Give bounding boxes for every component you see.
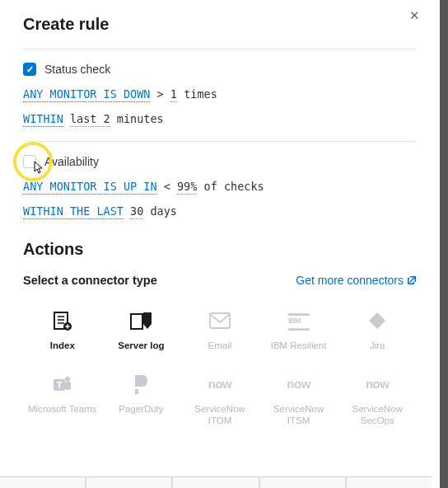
availability-section: Availability ANY MONITOR IS UP IN < 99% … (0, 142, 440, 233)
status-check-section: Status check ANY MONITOR IS DOWN > 1 tim… (0, 49, 440, 141)
ibm-icon: ▬▬▬IBM▬▬▬ (288, 308, 310, 333)
connector-pagerduty[interactable]: PagerDuty (102, 362, 181, 437)
index-icon (52, 308, 73, 333)
expr-time[interactable]: last 2 (70, 112, 110, 127)
svg-rect-7 (131, 314, 142, 329)
connector-now[interactable]: now ServiceNow SecOps (338, 362, 417, 437)
connector-label: Email (208, 340, 232, 351)
svg-text:T: T (56, 380, 62, 390)
connector-label: Server log (118, 340, 164, 351)
connector-index[interactable]: Index (23, 298, 102, 361)
jira-icon (367, 308, 387, 333)
bottom-tabs (0, 476, 432, 488)
now-icon: now (287, 372, 310, 396)
connector-teams[interactable]: T Microsoft Teams (23, 362, 102, 437)
connector-label: ServiceNow SecOps (339, 403, 415, 427)
expr-value[interactable]: 30 (130, 204, 143, 219)
avail-expr-1: ANY MONITOR IS UP IN < 99% of checks (23, 178, 417, 196)
select-connector-label: Select a connector type (23, 274, 157, 287)
get-more-connectors-link[interactable]: Get more connectors (296, 274, 417, 287)
email-icon (209, 308, 231, 333)
page-title: Create rule (23, 15, 417, 34)
expr-unit: days (150, 204, 177, 218)
connector-now[interactable]: now ServiceNow ITSM (259, 362, 338, 437)
expr-keyword[interactable]: ANY MONITOR IS DOWN (23, 87, 150, 102)
now-icon: now (208, 372, 232, 396)
connector-label: Microsoft Teams (28, 403, 97, 415)
expr-keyword[interactable]: WITHIN (23, 112, 63, 127)
status-check-label: Status check (44, 63, 110, 76)
expr-unit: minutes (117, 112, 164, 125)
expr-unit: of checks (204, 180, 264, 193)
popout-icon (407, 275, 417, 285)
serverlog-icon (129, 308, 152, 333)
teams-icon: T (52, 372, 73, 396)
svg-rect-8 (210, 313, 230, 328)
connector-grid: Index Server log Email ▬▬▬IBM▬▬▬ IBM Res… (0, 298, 440, 444)
connector-label: ServiceNow ITOM (182, 403, 258, 427)
connector-serverlog[interactable]: Server log (102, 298, 181, 361)
svg-point-11 (65, 377, 70, 382)
connector-ibm[interactable]: ▬▬▬IBM▬▬▬ IBM Resilient (259, 298, 338, 361)
connector-email[interactable]: Email (180, 298, 259, 361)
connector-label: Jira (370, 340, 385, 351)
availability-checkbox[interactable] (23, 155, 36, 168)
status-expr-1: ANY MONITOR IS DOWN > 1 times (23, 86, 417, 104)
status-expr-2: WITHIN last 2 minutes (23, 110, 417, 129)
connector-jira[interactable]: Jira (338, 298, 417, 361)
expr-unit: times (184, 87, 217, 101)
expr-value[interactable]: 99% (177, 180, 197, 195)
expr-keyword[interactable]: WITHIN THE LAST (23, 204, 124, 219)
connector-label: ServiceNow ITSM (261, 403, 337, 427)
connector-label: PagerDuty (119, 403, 163, 415)
expr-op: < (164, 180, 170, 193)
expr-value[interactable]: 1 (170, 87, 177, 102)
actions-heading: Actions (0, 233, 440, 270)
connector-label: IBM Resilient (271, 340, 327, 351)
avail-expr-2: WITHIN THE LAST 30 days (23, 203, 417, 221)
close-icon[interactable]: ✕ (407, 8, 422, 23)
expr-op: > (157, 87, 164, 101)
connector-label: Index (50, 340, 75, 351)
now-icon: now (366, 372, 390, 396)
expr-keyword[interactable]: ANY MONITOR IS UP IN (23, 180, 157, 195)
status-check-checkbox[interactable] (23, 63, 36, 76)
pagerduty-icon (133, 372, 149, 396)
connector-now[interactable]: now ServiceNow ITOM (180, 362, 259, 437)
svg-rect-12 (65, 382, 71, 390)
availability-label: Availability (44, 155, 99, 168)
